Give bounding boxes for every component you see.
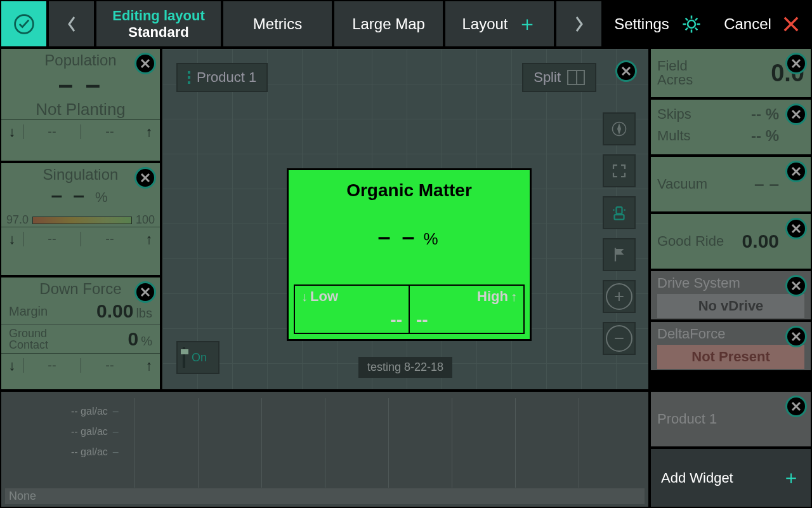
singulation-min: 97.0 — [6, 213, 29, 227]
singulation-gauge — [32, 217, 132, 224]
good-ride-value: 0.00 — [742, 231, 779, 252]
singulation-unit: % — [95, 189, 110, 205]
up-arrow-icon: ↑ — [138, 358, 160, 374]
svg-rect-4 — [615, 215, 624, 220]
population-low: -- — [23, 124, 81, 139]
singulation-max: 100 — [136, 213, 155, 227]
map-toggle-on-button[interactable]: On — [176, 341, 219, 374]
singulation-low: -- — [23, 232, 81, 246]
gear-icon — [681, 13, 702, 35]
widget-vacuum[interactable]: Vacuum – – — [650, 156, 812, 213]
remove-drive-system-button[interactable] — [785, 275, 807, 297]
low-label: ↓Low — [301, 288, 402, 305]
svg-point-1 — [688, 20, 695, 28]
widget-skips-mults[interactable]: Skips-- % Mults-- % — [650, 98, 812, 156]
organic-matter-widget[interactable]: Organic Matter – –% ↓Low -- High↑ -- — [287, 168, 532, 341]
current-layout-tab[interactable]: Editing layout Standard — [95, 0, 222, 48]
organic-matter-value: – – — [377, 224, 417, 250]
svg-rect-3 — [617, 207, 622, 214]
map-compass-button[interactable] — [603, 112, 636, 145]
high-label: High↑ — [416, 288, 517, 305]
widget-delta-force[interactable]: DeltaForce Not Present — [650, 321, 812, 371]
high-value: -- — [416, 310, 517, 330]
downforce-high: -- — [81, 358, 138, 373]
skips-value: -- % — [751, 105, 779, 123]
margin-label: Margin — [9, 304, 48, 319]
tab-layout[interactable]: Layout ＋ — [444, 0, 555, 48]
organic-matter-title: Organic Matter — [289, 180, 530, 201]
nav-next-button[interactable] — [555, 0, 603, 48]
map-area[interactable]: Product 1 Split + − On testing 8-22-18 O… — [161, 48, 650, 391]
mults-value: -- % — [751, 127, 779, 145]
plus-icon: ＋ — [782, 465, 801, 491]
widget-good-ride[interactable]: Good Ride 0.00 — [650, 213, 812, 270]
ground-unit: % — [141, 334, 152, 348]
cancel-x-icon — [780, 13, 802, 35]
add-layout-icon: ＋ — [517, 10, 537, 38]
remove-vacuum-button[interactable] — [785, 161, 807, 182]
remove-map-button[interactable] — [615, 60, 637, 82]
chart-y-labels: -- gal/ac– -- gal/ac– -- gal/ac– — [71, 406, 119, 458]
population-high: -- — [81, 124, 138, 139]
remove-good-ride-button[interactable] — [785, 218, 807, 239]
map-flag-button[interactable] — [603, 238, 636, 271]
delta-force-status: Not Present — [657, 345, 804, 369]
remove-population-button[interactable] — [134, 53, 156, 74]
up-arrow-icon: ↑ — [138, 231, 160, 248]
confirm-button[interactable] — [0, 0, 48, 48]
widget-field-acres[interactable]: FieldAcres 0.0 — [650, 48, 812, 98]
down-arrow-icon: ↓ — [1, 358, 23, 374]
remove-product1-button[interactable] — [785, 396, 807, 417]
down-arrow-icon: ↓ — [1, 231, 23, 248]
layout-name-label: Standard — [128, 24, 188, 41]
margin-value: 0.00 — [96, 300, 133, 321]
widget-rate-chart[interactable]: -- gal/ac– -- gal/ac– -- gal/ac– None — [0, 391, 650, 508]
tab-large-map[interactable]: Large Map — [333, 0, 444, 48]
drive-system-status: No vDrive — [657, 294, 804, 318]
remove-downforce-button[interactable] — [134, 281, 156, 303]
widget-population[interactable]: Population – – Not Planting ↓ -- -- ↑ — [0, 48, 161, 162]
split-view-button[interactable]: Split — [522, 63, 596, 92]
widget-downforce[interactable]: Down Force Margin 0.00lbs GroundContact … — [0, 276, 161, 391]
margin-unit: lbs — [136, 306, 152, 320]
nav-prev-button[interactable] — [48, 0, 95, 48]
product-selector-button[interactable]: Product 1 — [176, 63, 268, 92]
remove-skips-mults-button[interactable] — [785, 104, 807, 125]
map-implement-button[interactable] — [603, 196, 636, 229]
singulation-high: -- — [81, 232, 138, 246]
remove-singulation-button[interactable] — [134, 167, 156, 189]
editing-layout-label: Editing layout — [112, 8, 204, 24]
singulation-value: – – — [51, 184, 87, 206]
low-value: -- — [301, 310, 402, 330]
map-zoom-in-button[interactable]: + — [603, 280, 636, 313]
widget-singulation[interactable]: Singulation – – % 97.0 100 ↓ -- -- ↑ — [0, 162, 161, 276]
chart-none-label: None — [5, 488, 645, 504]
add-widget-button[interactable]: Add Widget ＋ — [650, 448, 812, 508]
widget-drive-system[interactable]: Drive System No vDrive — [650, 270, 812, 321]
cancel-button[interactable]: Cancel — [714, 0, 812, 48]
settings-button[interactable]: Settings — [603, 0, 714, 48]
down-arrow-icon: ↓ — [1, 124, 23, 140]
organic-matter-unit: % — [423, 229, 440, 248]
list-icon — [188, 71, 190, 84]
map-caption: testing 8-22-18 — [358, 357, 452, 378]
population-status: Not Planting — [1, 100, 160, 119]
vacuum-value: – – — [754, 174, 779, 194]
toggle-track-icon — [183, 347, 185, 368]
map-zoom-out-button[interactable]: − — [603, 322, 636, 355]
chart-grid — [134, 398, 642, 488]
split-icon — [567, 70, 585, 85]
remove-field-acres-button[interactable] — [785, 53, 807, 74]
map-fullscreen-button[interactable] — [603, 154, 636, 187]
downforce-low: -- — [23, 358, 81, 373]
up-arrow-icon: ↑ — [138, 124, 160, 140]
ground-value: 0 — [128, 328, 139, 349]
tab-metrics[interactable]: Metrics — [222, 0, 333, 48]
remove-delta-force-button[interactable] — [785, 326, 807, 347]
widget-product-1[interactable]: Product 1 — [650, 391, 812, 448]
